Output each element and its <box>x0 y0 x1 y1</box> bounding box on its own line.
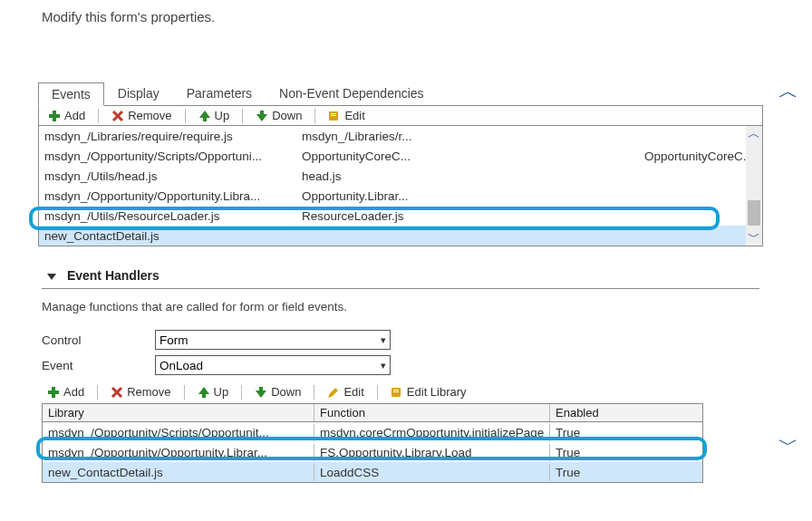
svg-marker-3 <box>256 111 267 121</box>
scroll-up-icon[interactable]: ︿ <box>748 126 760 142</box>
separator <box>97 385 98 400</box>
library-display: msdyn_/Libraries/r... <box>302 130 556 143</box>
library-row[interactable]: msdyn_/Opportunity/Opportunity.Libra... … <box>39 186 762 206</box>
library-display: ResourceLoader.js <box>302 209 556 223</box>
handler-row[interactable]: msdyn_/Opportunity/Opportunity.Librar...… <box>43 442 702 462</box>
library-name: msdyn_/Opportunity/Scripts/Opportuni... <box>39 150 302 163</box>
library-grid: msdyn_/Libraries/require/require.js msdy… <box>38 126 763 246</box>
edit-label: Edit <box>344 109 364 122</box>
separator <box>242 109 243 123</box>
panel-scrollbar[interactable]: ︿ ﹀ <box>776 82 801 455</box>
handler-enabled: True <box>550 424 702 441</box>
arrow-up-icon <box>198 110 211 122</box>
tab-non-event-dependencies[interactable]: Non-Event Dependencies <box>266 82 438 105</box>
library-desc: OpportunityCoreC... <box>556 150 762 163</box>
event-select-value: OnLoad <box>160 359 203 372</box>
scroll-down-icon[interactable]: ﹀ <box>748 229 760 246</box>
svg-rect-1 <box>49 114 60 118</box>
edit-handler-label: Edit <box>343 385 363 399</box>
move-handler-down-button[interactable]: Down <box>249 384 306 400</box>
handler-toolbar: Add Remove Up Down Edit <box>42 384 759 400</box>
tab-display[interactable]: Display <box>104 82 173 105</box>
library-toolbar: Add Remove Up Down Edit <box>38 106 763 126</box>
scroll-up-icon[interactable]: ︿ <box>778 82 798 101</box>
event-handlers-heading[interactable]: Event Handlers <box>42 268 759 283</box>
plus-icon <box>47 386 60 399</box>
move-handler-up-button[interactable]: Up <box>192 384 235 400</box>
tab-events[interactable]: Events <box>38 82 104 106</box>
control-select-value: Form <box>160 333 188 347</box>
event-handlers-heading-text: Event Handlers <box>67 268 160 283</box>
separator <box>314 109 315 123</box>
move-library-up-button[interactable]: Up <box>193 108 236 123</box>
form-properties-panel: Events Display Parameters Non-Event Depe… <box>38 82 763 483</box>
add-handler-label: Add <box>63 385 84 399</box>
event-select[interactable]: OnLoad ▾ <box>155 355 391 375</box>
library-name: msdyn_/Utils/ResourceLoader.js <box>39 209 302 223</box>
handler-enabled: True <box>550 444 702 461</box>
handler-library: msdyn_/Opportunity/Opportunity.Librar... <box>43 444 314 461</box>
edit-library-button[interactable]: Edit <box>323 108 370 123</box>
arrow-down-icon <box>256 110 268 122</box>
library-name: new_ContactDetail.js <box>39 229 302 243</box>
separator <box>241 385 242 400</box>
remove-handler-button[interactable]: Remove <box>105 384 176 400</box>
chevron-down-icon: ▾ <box>381 334 386 346</box>
pencil-icon <box>327 386 340 399</box>
separator <box>184 385 185 400</box>
library-row[interactable]: msdyn_/Utils/ResourceLoader.js ResourceL… <box>39 206 762 226</box>
column-library[interactable]: Library <box>43 404 314 421</box>
up-label: Up <box>215 109 230 122</box>
x-icon <box>111 110 124 122</box>
edit-handler-button[interactable]: Edit <box>322 384 369 400</box>
handler-row[interactable]: new_ContactDetail.js LoaddCSS True <box>43 462 702 482</box>
svg-rect-8 <box>48 391 59 394</box>
handler-row[interactable]: msdyn_/Opportunity/Scripts/Opportunit...… <box>43 422 702 442</box>
add-library-button[interactable]: Add <box>43 108 91 123</box>
arrow-down-icon <box>255 386 267 399</box>
library-display: head.js <box>302 169 556 183</box>
library-row[interactable]: msdyn_/Opportunity/Scripts/Opportuni... … <box>39 146 762 166</box>
scroll-down-icon[interactable]: ﹀ <box>778 435 798 455</box>
edit-handler-library-button[interactable]: Edit Library <box>385 384 472 400</box>
library-grid-scrollbar[interactable]: ︿ ﹀ <box>746 126 762 246</box>
remove-library-button[interactable]: Remove <box>106 108 177 123</box>
separator <box>185 109 186 123</box>
handler-function: FS.Opportunity.Library.Load <box>314 444 550 461</box>
svg-rect-14 <box>393 391 399 392</box>
control-select[interactable]: Form ▾ <box>155 330 391 350</box>
separator <box>314 385 314 400</box>
library-name: msdyn_/Utils/head.js <box>39 169 302 183</box>
library-display: OpportunityCoreC... <box>302 150 556 163</box>
library-name: msdyn_/Libraries/require/require.js <box>39 130 302 143</box>
add-handler-button[interactable]: Add <box>42 384 90 400</box>
edit-icon <box>328 110 341 122</box>
library-row[interactable]: msdyn_/Utils/head.js head.js <box>39 166 762 186</box>
library-row[interactable]: new_ContactDetail.js <box>39 226 762 246</box>
tab-parameters[interactable]: Parameters <box>173 82 266 105</box>
handler-grid-header: Library Function Enabled <box>43 404 702 422</box>
svg-marker-9 <box>198 387 209 398</box>
event-label: Event <box>42 359 155 372</box>
event-handlers-section: Event Handlers Manage functions that are… <box>38 268 763 483</box>
arrow-up-icon <box>198 386 210 399</box>
page-title: Modify this form's properties. <box>42 9 215 24</box>
column-enabled[interactable]: Enabled <box>550 404 702 421</box>
handler-enabled: True <box>550 464 702 481</box>
separator <box>377 385 378 400</box>
handler-library: new_ContactDetail.js <box>43 464 314 481</box>
library-display: Opportunity.Librar... <box>302 189 556 203</box>
add-library-label: Add <box>64 109 85 122</box>
move-library-down-button[interactable]: Down <box>250 108 307 123</box>
scroll-thumb[interactable] <box>748 200 760 226</box>
handler-function: LoaddCSS <box>314 464 550 481</box>
handler-grid: Library Function Enabled msdyn_/Opportun… <box>42 403 703 483</box>
remove-handler-label: Remove <box>127 385 170 399</box>
event-handlers-description: Manage functions that are called for for… <box>42 300 759 314</box>
column-function[interactable]: Function <box>314 404 550 421</box>
separator <box>98 109 99 123</box>
control-row: Control Form ▾ <box>42 330 759 350</box>
down-label: Down <box>271 385 301 399</box>
library-row[interactable]: msdyn_/Libraries/require/require.js msdy… <box>39 126 762 146</box>
handler-library: msdyn_/Opportunity/Scripts/Opportunit... <box>43 424 314 441</box>
